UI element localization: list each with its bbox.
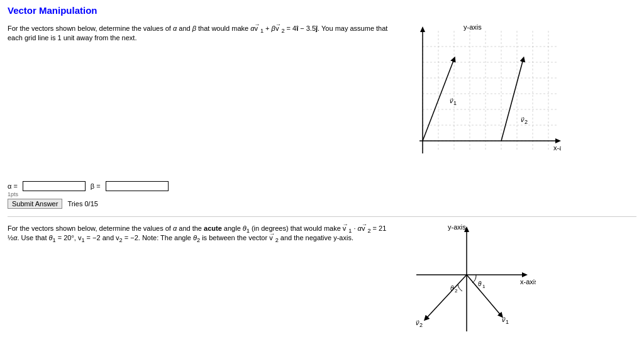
- graph1-container: y-axis: [397, 25, 561, 171]
- problem1-graph-area: y-axis: [397, 25, 636, 171]
- problem1-beta-label: β =: [91, 182, 101, 190]
- svg-text:1: 1: [453, 100, 457, 106]
- problem1-hint: 1pts: [8, 191, 636, 197]
- svg-text:x-axis: x-axis: [553, 144, 561, 152]
- svg-text:v⃗: v⃗: [449, 97, 453, 104]
- problem1-alpha-input[interactable]: [23, 181, 86, 191]
- problem1-beta-input[interactable]: [106, 181, 169, 191]
- problem2-left: For the vectors shown below, determine t…: [8, 224, 397, 250]
- svg-text:v⃗: v⃗: [520, 116, 525, 123]
- svg-text:2: 2: [419, 322, 423, 328]
- svg-text:v⃗: v⃗: [415, 319, 419, 326]
- graph1-yaxis-label: y-axis: [464, 23, 482, 31]
- svg-text:v⃗: v⃗: [501, 316, 506, 323]
- svg-marker-30: [522, 272, 528, 277]
- svg-text:θ: θ: [450, 285, 454, 292]
- svg-text:2: 2: [525, 119, 528, 125]
- graph1-svg: x-axis v⃗ 1 v⃗ 2: [397, 25, 561, 169]
- problem1-section: For the vectors shown below, determine t…: [8, 25, 636, 171]
- problem1-inputs: α = β = 1pts Submit Answer Tries 0/15: [8, 181, 636, 209]
- graph2-container: y-axis x-axis v⃗ 1 v⃗ 2 θ: [397, 224, 536, 346]
- section-divider: [8, 216, 636, 217]
- svg-marker-19: [555, 138, 561, 143]
- problem1-submit-row: Submit Answer Tries 0/15: [8, 199, 636, 209]
- problem1-left: For the vectors shown below, determine t…: [8, 25, 397, 48]
- problem1-alpha-label: α =: [8, 182, 18, 190]
- problem2-section: For the vectors shown below, determine t…: [8, 224, 636, 346]
- graph2-yaxis-label: y-axis: [448, 223, 466, 231]
- svg-line-24: [501, 59, 523, 141]
- svg-text:θ: θ: [478, 280, 482, 287]
- page-title: Vector Manipulation: [8, 5, 636, 16]
- problem1-input-row: α = β =: [8, 181, 636, 191]
- svg-text:1: 1: [482, 284, 486, 289]
- svg-line-35: [426, 275, 467, 319]
- graph2-svg: x-axis v⃗ 1 v⃗ 2 θ 1 θ 2: [397, 224, 536, 344]
- svg-line-32: [467, 275, 501, 316]
- svg-text:1: 1: [506, 319, 509, 325]
- svg-text:2: 2: [455, 288, 458, 294]
- svg-text:x-axis: x-axis: [520, 278, 536, 285]
- problem2-text: For the vectors shown below, determine t…: [8, 224, 391, 243]
- problem1-submit-button[interactable]: Submit Answer: [8, 199, 62, 209]
- svg-marker-17: [420, 26, 425, 32]
- problem2-graph-area: y-axis x-axis v⃗ 1 v⃗ 2 θ: [397, 224, 636, 346]
- problem1-text: For the vectors shown below, determine t…: [8, 25, 391, 42]
- problem1-tries: Tries 0/15: [67, 200, 98, 208]
